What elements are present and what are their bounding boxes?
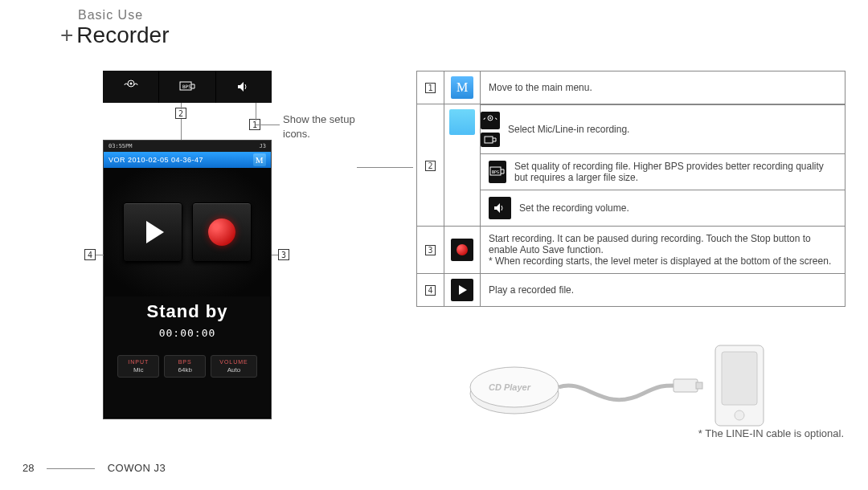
volume-icon (489, 197, 511, 219)
table-row: BPS Set quality of recording file. Highe… (417, 154, 845, 190)
title-text: Recorder (76, 22, 169, 47)
description-table: 1 M Move to the main menu. 2 (416, 71, 845, 307)
status-pill-row: INPUT Mic BPS 64kb VOLUME Auto (104, 355, 271, 378)
svg-rect-6 (485, 137, 493, 143)
main-menu-badge[interactable]: M (253, 153, 266, 166)
pill-input[interactable]: INPUT Mic (117, 355, 159, 378)
pill-bps-label: BPS (173, 359, 197, 365)
vor-filename: VOR 2010-02-05 04-36-47 (108, 156, 203, 164)
svg-point-0 (129, 83, 132, 85)
play-button[interactable] (123, 202, 182, 262)
cd-player-label: CD Player (489, 382, 531, 392)
line-in-illustration: CD Player (458, 337, 796, 434)
svg-point-5 (489, 117, 491, 119)
record-button[interactable] (192, 202, 252, 262)
bps-icon: BPS (489, 161, 506, 183)
status-bar: 03:55PM J3 (104, 141, 271, 152)
row3-desc: Start recording. It can be paused during… (481, 227, 845, 274)
callout-2-toolbar: 2 (175, 108, 186, 119)
setup-panel-icon (449, 109, 475, 135)
row2c-desc: Set the recording volume. (519, 202, 629, 214)
status-model: J3 (260, 143, 266, 149)
row2a-desc: Select Mic/Line-in recording. (508, 124, 629, 135)
toolbar-volume-icon[interactable] (216, 71, 272, 103)
main-menu-icon: M (451, 76, 473, 99)
row4-num: 4 (425, 285, 436, 296)
recording-info-bar: VOR 2010-02-05 04-36-47 M (104, 152, 271, 168)
callout-3-device: 3 (278, 249, 289, 260)
svg-rect-11 (674, 379, 698, 392)
record-icon-sm (451, 239, 473, 261)
standby-label: Stand by (104, 301, 271, 322)
toolbar-bps-icon[interactable]: BPS (159, 71, 215, 103)
svg-point-15 (735, 410, 744, 420)
table-row: 4 Play a recorded file. (417, 274, 845, 307)
pill-input-value: Mic (126, 366, 150, 374)
record-icon (208, 218, 235, 246)
line-in-icon (481, 133, 500, 147)
row4-desc: Play a recorded file. (481, 274, 845, 307)
row2-num: 2 (425, 161, 436, 171)
svg-text:BPS: BPS (492, 169, 499, 174)
row3-num: 3 (425, 245, 436, 255)
svg-rect-14 (722, 352, 757, 405)
play-icon (146, 221, 164, 243)
title-plus: + (60, 22, 73, 47)
table-row: 3 Start recording. It can be paused duri… (417, 227, 845, 274)
page-title: +Recorder (60, 22, 170, 48)
row1-num: 1 (425, 83, 436, 93)
row2b-desc: Set quality of recording file. Higher BP… (514, 161, 837, 183)
page-footer: 28 COWON J3 (23, 462, 166, 474)
pill-volume-label: VOLUME (219, 359, 248, 365)
svg-rect-12 (696, 382, 702, 389)
footer-rule (47, 468, 95, 469)
mic-icon (481, 112, 500, 129)
setup-toolbar: BPS (103, 71, 272, 103)
status-time: 03:55PM (108, 143, 133, 149)
table-row: 1 M Move to the main menu. (417, 71, 845, 104)
toolbar-mic-line-icon[interactable] (103, 71, 159, 103)
row1-desc: Move to the main menu. (481, 71, 845, 104)
line-in-note: * The LINE-IN cable is optional. (698, 427, 844, 439)
section-label: Basic Use (78, 8, 143, 22)
pill-bps[interactable]: BPS 64kb (164, 355, 206, 378)
pill-bps-value: 64kb (173, 366, 197, 374)
callout-setup-line2: icons. (283, 128, 310, 140)
play-icon-sm (451, 279, 473, 301)
pill-volume-value: Auto (219, 366, 248, 374)
callout-4-device: 4 (84, 249, 96, 260)
callout-setup-line1: Show the setup (283, 113, 355, 125)
pill-input-label: INPUT (126, 359, 150, 365)
svg-text:BPS: BPS (182, 84, 191, 89)
timer-label: 00:00:00 (104, 327, 271, 339)
callout-text-setup: Show the setup icons. (283, 112, 355, 141)
device-screen: 03:55PM J3 VOR 2010-02-05 04-36-47 M Sta… (103, 140, 272, 419)
table-row: Set the recording volume. (417, 190, 845, 227)
pill-volume[interactable]: VOLUME Auto (211, 355, 257, 378)
table-row: Select Mic/Line-in recording. (417, 105, 845, 154)
page-number: 28 (23, 462, 34, 474)
footer-model: COWON J3 (108, 462, 166, 474)
